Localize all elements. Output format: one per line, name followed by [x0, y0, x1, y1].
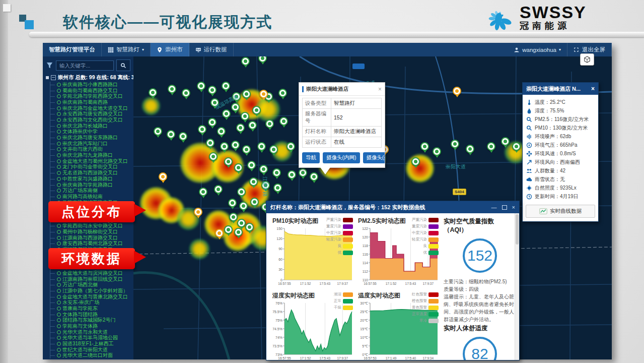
map-marker-pin[interactable] — [247, 161, 256, 169]
map-marker-pin[interactable] — [222, 109, 231, 118]
env-metric-row: 更新时间：4月19日 — [526, 192, 595, 201]
map-marker-pin[interactable] — [224, 225, 233, 234]
map-marker-pin[interactable] — [299, 168, 307, 177]
map-marker-pin[interactable] — [420, 142, 429, 151]
map-marker-pin[interactable] — [149, 88, 157, 97]
map-marker-pin[interactable] — [214, 185, 223, 194]
close-button[interactable]: × — [512, 204, 515, 210]
map-marker-pin[interactable] — [232, 92, 241, 101]
close-icon[interactable]: × — [591, 85, 595, 92]
map-marker-pin[interactable] — [245, 223, 254, 231]
map-marker-pin[interactable] — [269, 145, 278, 154]
map-marker-pin[interactable] — [252, 106, 261, 114]
map-marker-pin[interactable] — [453, 87, 461, 95]
map-marker-pin[interactable] — [242, 145, 251, 154]
map-marker-pin[interactable] — [208, 118, 217, 127]
map-marker-pin[interactable] — [466, 145, 474, 153]
map-marker-pin[interactable] — [259, 90, 268, 98]
map-marker-pin[interactable] — [257, 142, 266, 151]
map-marker-pin[interactable] — [234, 228, 243, 236]
map-marker-pin[interactable] — [487, 142, 495, 151]
map-marker-pin[interactable] — [411, 157, 420, 166]
filter-icon[interactable] — [46, 62, 53, 69]
map-marker-pin[interactable] — [236, 124, 245, 132]
map-marker-pin[interactable] — [224, 157, 233, 166]
nav-tab-chongzhou[interactable]: 崇州市 — [151, 43, 189, 56]
map-marker-pin[interactable] — [512, 142, 521, 151]
search-button[interactable] — [116, 59, 130, 71]
map-marker-pin[interactable] — [179, 132, 187, 141]
map-marker-pin[interactable] — [234, 163, 243, 172]
map-marker-pin[interactable] — [198, 125, 206, 134]
restore-button[interactable] — [502, 205, 507, 210]
svg-text:90: 90 — [278, 247, 282, 251]
map-marker-pin[interactable] — [231, 141, 240, 149]
map-marker-pin[interactable] — [501, 137, 510, 146]
realtime-curve-button[interactable]: 实时曲线数据 — [526, 205, 595, 218]
map-marker-pin[interactable] — [167, 130, 175, 139]
map-marker-pin[interactable] — [433, 147, 441, 156]
nav-tab-streetlights[interactable]: 智慧路灯▾ — [102, 43, 151, 56]
map-marker-pin[interactable] — [197, 82, 205, 90]
map-marker-pin[interactable] — [287, 142, 295, 151]
tree-item[interactable]: 光华大道二绕出口对面 — [50, 353, 133, 359]
tree-root-node[interactable]: 崇州市 总数: 99 在线: 68 离线: 31 — [43, 73, 133, 82]
search-input[interactable] — [56, 60, 114, 71]
map-marker-pin[interactable] — [231, 103, 240, 111]
map-marker-pin[interactable] — [154, 127, 162, 136]
map-marker-pin[interactable] — [159, 172, 167, 181]
nav-tab-run-data[interactable]: 运行数据 — [189, 43, 234, 56]
map-layers-button[interactable] — [580, 53, 594, 66]
popup-accent-bar — [302, 86, 304, 92]
user-menu[interactable]: wangxiaohua ▾ — [508, 43, 567, 56]
minimize-button[interactable]: — — [491, 204, 497, 210]
map-marker-pin[interactable] — [220, 142, 229, 151]
map-marker-pin[interactable] — [250, 198, 259, 206]
chart-line-icon — [539, 208, 547, 214]
map-marker-pin[interactable] — [237, 219, 246, 227]
node-icon — [57, 342, 61, 346]
map-marker-pin[interactable] — [261, 181, 270, 190]
map-marker-pin[interactable] — [451, 140, 459, 148]
map-marker-pin[interactable] — [272, 168, 281, 177]
map-marker-pin[interactable] — [206, 139, 214, 147]
map-marker-pin[interactable] — [182, 89, 190, 97]
camera-external-button[interactable]: 摄像头(外网) — [363, 152, 385, 163]
map-marker-pin[interactable] — [241, 57, 250, 66]
map-marker-pin[interactable] — [209, 152, 218, 161]
map-marker-pin[interactable] — [237, 188, 246, 196]
close-icon[interactable]: × — [378, 86, 382, 93]
map-marker-pin[interactable] — [259, 165, 268, 173]
map-marker-pin[interactable] — [210, 98, 219, 107]
map-marker-pin[interactable] — [239, 202, 248, 210]
env-panel-title: 崇阳大道澜峰酒店 N... — [526, 85, 589, 93]
map-marker-pin[interactable] — [228, 199, 237, 207]
legend-swatch — [428, 299, 439, 304]
map-marker-pin[interactable] — [273, 184, 282, 192]
svg-text:74%: 74% — [275, 336, 282, 339]
map-marker-pin[interactable] — [199, 188, 207, 196]
map-marker-pin[interactable] — [194, 208, 202, 216]
panel-scrollbar[interactable] — [515, 213, 519, 360]
tree-collapse-icon[interactable] — [51, 75, 56, 80]
map-marker-pin[interactable] — [242, 90, 251, 98]
map-marker-pin[interactable] — [249, 177, 258, 186]
navigate-button[interactable]: 导航 — [302, 152, 320, 163]
map-marker-pin[interactable] — [288, 170, 296, 179]
map-marker-pin[interactable] — [279, 117, 288, 126]
map-marker-pin[interactable] — [241, 112, 249, 120]
map-marker-pin[interactable] — [278, 89, 287, 97]
map-marker-pin[interactable] — [217, 127, 226, 136]
map-marker-pin[interactable] — [222, 82, 230, 90]
node-icon — [57, 236, 61, 240]
map-marker-pin[interactable] — [248, 121, 257, 130]
camera-internal-button[interactable]: 摄像头(内网) — [323, 152, 360, 163]
map-marker-pin[interactable] — [208, 86, 217, 94]
map-marker-pin[interactable] — [168, 85, 176, 93]
map-marker-pin[interactable] — [265, 119, 274, 128]
svg-text:73%: 73% — [275, 353, 282, 356]
map-marker-pin[interactable] — [215, 229, 224, 237]
panel-titlebar[interactable]: 灯杆名称：崇阳大道澜峰酒店，服务器编号：152 实时数据曲线 — × — [266, 201, 519, 213]
map-marker-pin[interactable] — [229, 213, 238, 221]
map-marker-pin[interactable] — [310, 172, 318, 181]
